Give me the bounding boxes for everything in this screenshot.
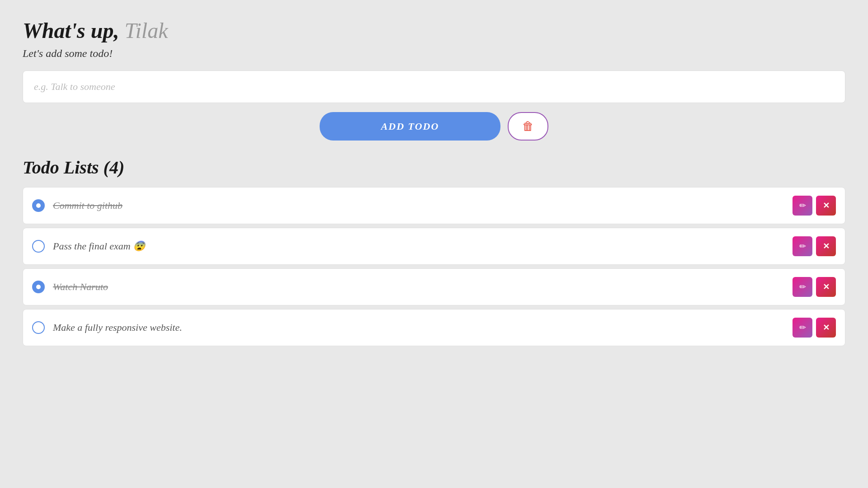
close-icon: ✕ (823, 201, 830, 211)
delete-all-button[interactable]: 🗑 (508, 112, 548, 141)
add-todo-button[interactable]: ADD TODO (320, 112, 500, 141)
todo-item: Commit to github✏✕ (23, 187, 845, 224)
todo-checkbox[interactable] (32, 321, 45, 334)
todo-text: Make a fully responsive website. (53, 322, 793, 333)
greeting-text: What's up, (23, 19, 119, 42)
todo-text: Commit to github (53, 200, 793, 211)
edit-todo-button[interactable]: ✏ (793, 196, 812, 216)
edit-icon: ✏ (799, 241, 806, 251)
todo-list: Commit to github✏✕Pass the final exam 😨✏… (23, 187, 845, 346)
section-title: Todo Lists (4) (23, 157, 845, 178)
todo-actions: ✏✕ (793, 236, 836, 256)
todo-item: Pass the final exam 😨✏✕ (23, 228, 845, 265)
todo-checkbox[interactable] (32, 281, 45, 293)
trash-icon: 🗑 (522, 119, 534, 133)
todo-actions: ✏✕ (793, 318, 836, 338)
todo-checkbox[interactable] (32, 199, 45, 212)
todo-item: Watch Naruto✏✕ (23, 268, 845, 305)
delete-todo-button[interactable]: ✕ (816, 196, 836, 216)
todo-text: Watch Naruto (53, 281, 793, 293)
edit-icon: ✏ (799, 282, 806, 292)
todo-checkbox[interactable] (32, 240, 45, 253)
todo-input-container (23, 70, 845, 103)
edit-todo-button[interactable]: ✏ (793, 236, 812, 256)
delete-todo-button[interactable]: ✕ (816, 277, 836, 297)
close-icon: ✕ (823, 282, 830, 292)
todo-text: Pass the final exam 😨 (53, 240, 793, 252)
close-icon: ✕ (823, 323, 830, 333)
edit-icon: ✏ (799, 323, 806, 333)
edit-icon: ✏ (799, 201, 806, 211)
button-row: ADD TODO 🗑 (23, 112, 845, 141)
edit-todo-button[interactable]: ✏ (793, 318, 812, 338)
edit-todo-button[interactable]: ✏ (793, 277, 812, 297)
todo-actions: ✏✕ (793, 277, 836, 297)
close-icon: ✕ (823, 241, 830, 251)
page-title: What's up, Tilak (23, 18, 845, 43)
todo-input[interactable] (23, 71, 845, 103)
todo-actions: ✏✕ (793, 196, 836, 216)
delete-todo-button[interactable]: ✕ (816, 236, 836, 256)
todo-item: Make a fully responsive website.✏✕ (23, 309, 845, 346)
subtitle-text: Let's add some todo! (23, 47, 845, 60)
username-text: Tilak (124, 19, 168, 42)
delete-todo-button[interactable]: ✕ (816, 318, 836, 338)
